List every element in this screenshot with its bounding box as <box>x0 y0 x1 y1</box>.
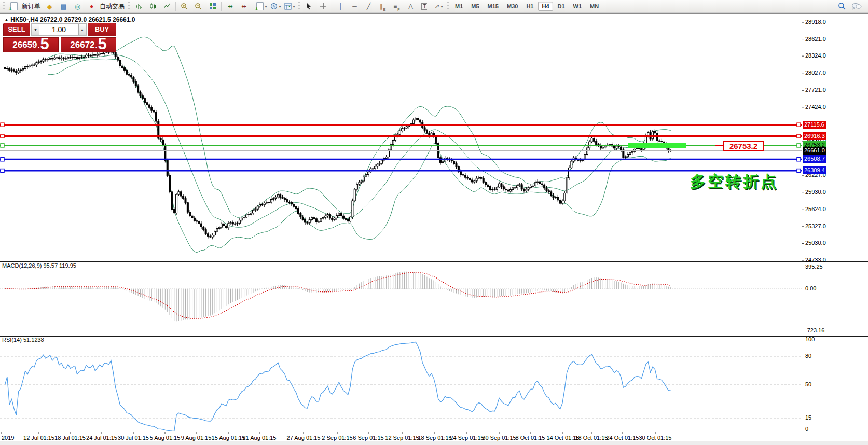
sell-price-pips: 5 <box>40 36 49 51</box>
y-axis-tick-label: 25624.0 <box>805 206 826 212</box>
macd-values: 95.57 119.95 <box>43 262 76 269</box>
x-axis-date-label: 12 Jul 01:15 <box>23 435 54 441</box>
x-axis-date-label: 21 Aug 01:15 <box>243 435 277 441</box>
y-axis-tick-label: 28324.0 <box>805 52 826 59</box>
x-axis-date-label: 9 Aug 01:15 <box>181 435 212 441</box>
rsi-value: 51.1238 <box>23 337 44 343</box>
x-axis-date-label: 30 Oct 01:15 <box>639 435 672 441</box>
sell-button-label: SELL <box>8 25 25 33</box>
current-price-tag: 26661.0 <box>803 147 826 155</box>
rsi-axis-label: 100 <box>805 336 815 342</box>
buy-price-dot: . <box>95 40 98 51</box>
x-axis-date-label: 27 Aug 01:15 <box>287 435 321 441</box>
buy-button-label: BUY <box>95 25 109 33</box>
mt4-window: + 新订单 ◆ ▤ ◎ ● 自动交易 ↠ ↞ +▾ <box>0 0 868 445</box>
volume-spinner: ▼ ▲ <box>31 23 87 36</box>
rsi-axis-label: 80 <box>805 353 811 359</box>
x-axis-date-label: 18 Jul 01:15 <box>54 435 86 441</box>
y-axis-tick-label: 25030.0 <box>805 240 826 246</box>
x-axis-date-label: 24 Jul 01:15 <box>86 435 117 441</box>
y-axis-tick-label: 25327.0 <box>805 223 826 229</box>
pivot-price-callout[interactable]: 26753.2 <box>723 141 764 151</box>
chart-ohlc-values: 26722.0 26729.0 26621.5 26661.0 <box>40 16 135 23</box>
y-axis-tick-label: 28027.0 <box>805 69 826 76</box>
line-handle[interactable] <box>1 134 4 138</box>
chart-title: ▲ HK50-,H4 26722.0 26729.0 26621.5 26661… <box>4 16 135 23</box>
x-axis-date-label: 14 Oct 01:15 <box>547 435 580 441</box>
x-axis-date-label: 8 Oct 01:15 <box>516 435 545 441</box>
x-axis-date-label: 2 Sep 01:15 <box>322 435 352 441</box>
macd-histogram <box>5 272 671 321</box>
line-handle[interactable] <box>1 144 4 147</box>
macd-signal-line <box>5 272 671 318</box>
collapse-triangle-icon[interactable]: ▲ <box>4 17 9 22</box>
sell-price[interactable]: 26659 . 5 <box>3 37 59 52</box>
price-level-tag: 27115.6 <box>803 121 826 129</box>
x-axis-date-label: 24 Oct 01:15 <box>607 435 639 441</box>
line-handle[interactable] <box>1 123 4 127</box>
chart-symbol-period: HK50-,H4 <box>10 16 38 23</box>
y-axis-tick-label: 25930.0 <box>805 189 826 195</box>
line-handle[interactable] <box>1 158 4 161</box>
sell-price-dot: . <box>38 40 40 51</box>
y-axis-tick-label: 27424.0 <box>805 104 826 110</box>
buy-underline <box>93 34 111 34</box>
macd-axis-label: 395.25 <box>805 263 823 270</box>
x-axis-date-label: 18 Oct 01:15 <box>575 435 608 441</box>
rsi-axis-label: 0 <box>805 426 808 432</box>
sell-price-main: 26659 <box>12 39 37 51</box>
line-handle[interactable] <box>797 158 801 161</box>
one-click-trading-panel: SELL ▼ ▲ BUY 26659 . 5 26672 . 5 <box>3 23 116 52</box>
macd-axis-label: 0.00 <box>805 285 816 291</box>
line-handle[interactable] <box>1 169 4 173</box>
price-level-tag: 26916.3 <box>803 132 826 140</box>
line-handle[interactable] <box>797 144 801 147</box>
y-axis-tick-label: 24733.0 <box>805 257 826 263</box>
buy-price-main: 26672 <box>70 39 94 51</box>
candles-layer <box>4 49 671 240</box>
macd-label: MACD(12,26,9) 95.57 119.95 <box>2 262 76 269</box>
x-axis-date-label: 6 Sep 01:15 <box>353 435 383 441</box>
y-axis-tick-label: 27721.0 <box>805 87 826 93</box>
y-axis-tick-label: 28918.0 <box>805 19 826 25</box>
macd-name: MACD(12,26,9) <box>2 262 42 269</box>
x-axis-date-label: 24 Sep 01:15 <box>450 435 484 441</box>
x-axis-date-label: 8 Jul 2019 <box>0 435 14 441</box>
sell-underline <box>8 34 25 34</box>
line-handle[interactable] <box>797 123 801 127</box>
line-handle[interactable] <box>797 134 801 138</box>
buy-price-pips: 5 <box>98 36 106 51</box>
macd-axis-label: -723.16 <box>805 327 824 333</box>
x-axis-date-label: 30 Jul 01:15 <box>118 435 149 441</box>
rsi-axis-label: 15 <box>805 414 811 421</box>
volume-input[interactable] <box>39 24 78 35</box>
price-level-tag: 26508.7 <box>803 155 826 163</box>
rsi-name: RSI(14) <box>2 337 22 343</box>
price-chart-canvas[interactable] <box>0 0 868 445</box>
x-axis-date-label: 30 Sep 01:15 <box>482 435 516 441</box>
price-level-tag: 26309.4 <box>803 166 826 174</box>
line-handle[interactable] <box>797 169 801 173</box>
x-axis-date-label: 5 Aug 01:15 <box>150 435 181 441</box>
x-axis-date-label: 18 Sep 01:15 <box>418 435 451 441</box>
rsi-axis-label: 50 <box>805 381 811 387</box>
x-axis-date-label: 15 Aug 01:15 <box>212 435 245 441</box>
sell-button[interactable]: SELL <box>3 23 30 36</box>
buy-price[interactable]: 26672 . 5 <box>61 37 116 52</box>
pivot-highlight-bar <box>628 143 686 148</box>
rsi-label: RSI(14) 51.1238 <box>2 337 44 343</box>
pivot-annotation-text: 多空转折点 <box>690 171 778 192</box>
pivot-callout-dash <box>715 145 723 146</box>
volume-increase-button[interactable]: ▲ <box>78 24 86 35</box>
x-axis-date-label: 12 Sep 01:15 <box>385 435 419 441</box>
y-axis-tick-label: 28621.0 <box>805 36 826 42</box>
volume-decrease-button[interactable]: ▼ <box>32 24 39 35</box>
